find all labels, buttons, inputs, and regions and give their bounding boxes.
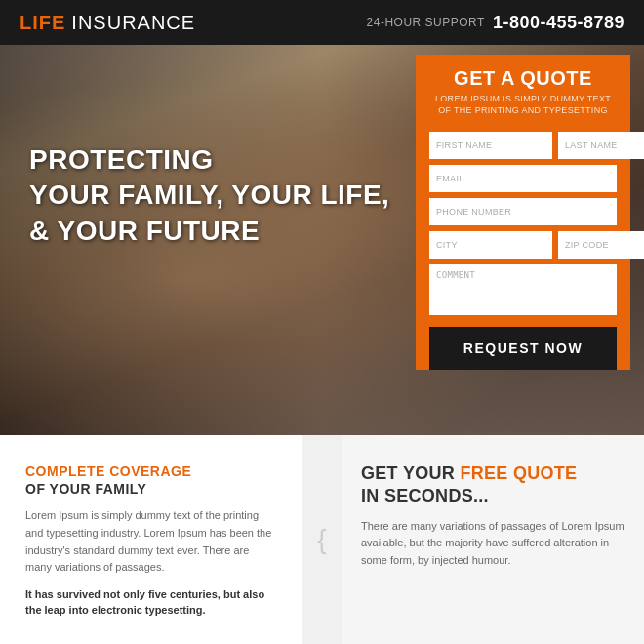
- quote-form-subtitle: LOREM IPSUM IS SIMPLY DUMMY TEXT OF THE …: [429, 94, 617, 116]
- coverage-heading: COMPLETE COVERAGE OF YOUR FAMILY: [25, 463, 277, 498]
- free-quote-heading: GET YOUR FREE QUOTE IN SECONDS...: [361, 463, 624, 508]
- section-divider: {: [302, 435, 342, 644]
- bottom-right-panel: GET YOUR FREE QUOTE IN SECONDS... There …: [342, 435, 644, 644]
- logo-insurance: INSURANCE: [71, 12, 195, 34]
- quote-form-body: REQUEST NOW: [416, 124, 630, 370]
- phone-row: [429, 198, 617, 225]
- last-name-input[interactable]: [558, 132, 644, 159]
- coverage-bold-paragraph: It has survived not only five centuries,…: [25, 586, 277, 619]
- support-label: 24-HOUR SUPPORT: [367, 16, 485, 29]
- hero-section: PROTECTING YOUR FAMILY, YOUR LIFE, & YOU…: [0, 45, 644, 435]
- email-row: [429, 165, 617, 192]
- phone-input[interactable]: [429, 198, 617, 225]
- quote-form-title: GET A QUOTE: [429, 66, 617, 90]
- logo-life: LIFE: [20, 12, 65, 34]
- zip-input[interactable]: [558, 231, 644, 259]
- request-now-button[interactable]: REQUEST NOW: [429, 327, 617, 370]
- city-input[interactable]: [429, 231, 552, 259]
- first-name-input[interactable]: [429, 132, 552, 159]
- comment-input[interactable]: [429, 264, 617, 315]
- comment-row: [429, 264, 617, 319]
- support-info: 24-HOUR SUPPORT 1-800-455-8789: [367, 13, 624, 33]
- logo: LIFE INSURANCE: [20, 12, 195, 34]
- site-header: LIFE INSURANCE 24-HOUR SUPPORT 1-800-455…: [0, 0, 644, 45]
- email-input[interactable]: [429, 165, 617, 192]
- bottom-left-panel: COMPLETE COVERAGE OF YOUR FAMILY Lorem I…: [0, 435, 302, 644]
- support-phone: 1-800-455-8789: [493, 13, 624, 33]
- hero-text: PROTECTING YOUR FAMILY, YOUR LIFE, & YOU…: [29, 142, 389, 249]
- hero-headline: PROTECTING YOUR FAMILY, YOUR LIFE, & YOU…: [29, 142, 389, 249]
- city-zip-row: [429, 231, 617, 259]
- name-row: [429, 132, 617, 159]
- coverage-paragraph: Lorem Ipsum is simply dummy text of the …: [25, 507, 277, 576]
- quote-form-header: GET A QUOTE LOREM IPSUM IS SIMPLY DUMMY …: [416, 55, 630, 124]
- quote-form-panel: GET A QUOTE LOREM IPSUM IS SIMPLY DUMMY …: [416, 55, 630, 370]
- free-quote-paragraph: There are many variations of passages of…: [361, 518, 624, 570]
- bottom-section: COMPLETE COVERAGE OF YOUR FAMILY Lorem I…: [0, 435, 644, 644]
